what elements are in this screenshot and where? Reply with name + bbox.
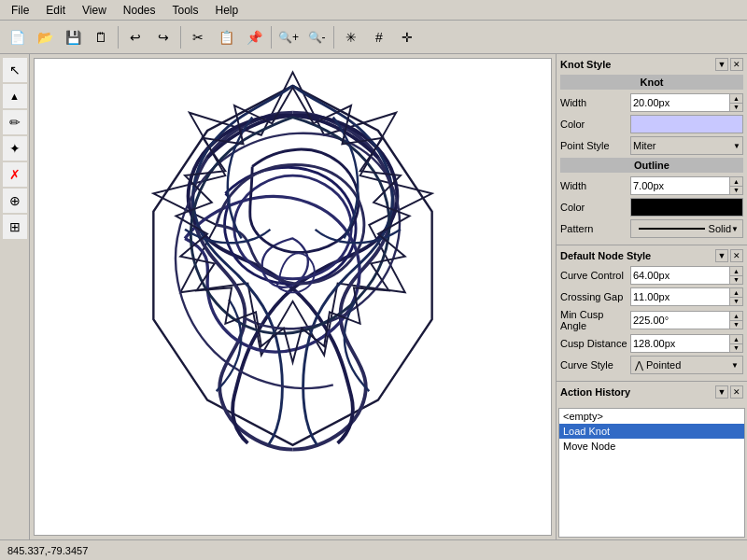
paste-button[interactable]: 📌 <box>241 24 267 50</box>
grid-button[interactable]: # <box>366 24 392 50</box>
move-button[interactable]: ✛ <box>394 24 420 50</box>
statusbar: 845.337,-79.3457 <box>0 539 747 560</box>
toolbar-sep-3 <box>271 26 272 49</box>
transform-tool[interactable]: ⊕ <box>3 189 27 213</box>
copy-button[interactable]: 📋 <box>213 24 239 50</box>
node-style-title: Default Node Style <box>560 250 651 261</box>
knot-width-down[interactable]: ▼ <box>730 104 742 112</box>
min-cusp-angle-label: Min Cusp Angle <box>560 309 630 331</box>
pattern-label: Pattern <box>560 223 630 234</box>
knot-width-input[interactable]: ▲ ▼ <box>630 93 743 112</box>
point-style-label: Point Style <box>560 140 630 151</box>
cusp-distance-row: Cusp Distance ▲ ▼ <box>560 334 743 353</box>
menu-nodes[interactable]: Nodes <box>116 2 163 19</box>
knot-width-up[interactable]: ▲ <box>730 94 742 104</box>
outline-color-row: Color <box>560 198 743 217</box>
knot-style-collapse[interactable]: ▼ <box>715 58 728 71</box>
knot-style-close[interactable]: ✕ <box>730 58 743 71</box>
cusp-distance-label: Cusp Distance <box>560 338 630 349</box>
cusp-distance-up[interactable]: ▲ <box>730 335 742 344</box>
outline-width-row: Width ▲ ▼ <box>560 176 743 195</box>
toolbar-sep-2 <box>180 26 181 49</box>
point-style-select[interactable]: Miter ▼ <box>630 136 743 155</box>
menu-help[interactable]: Help <box>208 2 247 19</box>
node-tool[interactable]: ▲ <box>3 84 27 108</box>
curve-style-select[interactable]: ⋀ Pointed ▼ <box>630 356 743 374</box>
curve-control-up[interactable]: ▲ <box>730 267 742 276</box>
curve-control-row: Curve Control ▲ ▼ <box>560 266 743 285</box>
cut-button[interactable]: ✂ <box>185 24 211 50</box>
outline-width-label: Width <box>560 180 630 191</box>
mirror-tool[interactable]: ⊞ <box>3 215 27 239</box>
curve-control-value[interactable] <box>633 267 726 284</box>
zoom-out-button[interactable]: 🔍- <box>303 24 330 50</box>
knot-style-buttons: ▼ ✕ <box>715 58 743 71</box>
cusp-distance-input[interactable]: ▲ ▼ <box>630 334 743 353</box>
action-history-close[interactable]: ✕ <box>730 385 743 399</box>
outline-width-spinner: ▲ ▼ <box>729 177 742 194</box>
outline-width-input[interactable]: ▲ ▼ <box>630 176 743 195</box>
knot-color-label: Color <box>560 119 630 130</box>
star-tool[interactable]: ✦ <box>3 136 27 161</box>
menu-tools[interactable]: Tools <box>165 2 206 19</box>
toolbar-sep-1 <box>118 26 119 49</box>
outline-color-swatch[interactable] <box>630 198 743 217</box>
outline-width-up[interactable]: ▲ <box>730 177 742 187</box>
history-item-empty[interactable]: <empty> <box>559 409 744 424</box>
knot-style-title: Knot Style <box>560 59 611 70</box>
save-button[interactable]: 💾 <box>60 24 86 50</box>
curve-control-input[interactable]: ▲ ▼ <box>630 266 743 285</box>
min-cusp-angle-input[interactable]: ▲ ▼ <box>630 311 743 329</box>
knot-width-value[interactable] <box>633 94 726 111</box>
crossing-gap-row: Crossing Gap ▲ ▼ <box>560 287 743 306</box>
crossing-gap-down[interactable]: ▼ <box>730 298 742 306</box>
curve-control-label: Curve Control <box>560 270 630 281</box>
action-history-list: <empty> Load Knot Move Node <box>558 408 745 538</box>
cusp-distance-down[interactable]: ▼ <box>730 344 742 353</box>
cusp-distance-value[interactable] <box>633 335 726 352</box>
point-style-value: Miter <box>633 140 733 151</box>
knot-color-swatch[interactable] <box>630 115 743 133</box>
node-style-close[interactable]: ✕ <box>730 249 743 262</box>
min-cusp-angle-up[interactable]: ▲ <box>730 312 742 321</box>
select-tool[interactable]: ↖ <box>3 58 27 82</box>
crossing-gap-up[interactable]: ▲ <box>730 288 742 298</box>
export-button[interactable]: 🗒 <box>88 24 114 50</box>
outline-width-value[interactable] <box>633 177 726 194</box>
knot-width-label: Width <box>560 97 630 108</box>
main-area: ↖ ▲ ✏ ✦ ✗ ⊕ ⊞ <box>0 54 747 539</box>
knot-width-spinner: ▲ ▼ <box>729 94 742 111</box>
node-style-collapse[interactable]: ▼ <box>715 249 728 262</box>
menu-view[interactable]: View <box>75 2 114 19</box>
cusp-distance-spinner: ▲ ▼ <box>729 335 742 352</box>
curve-style-row: Curve Style ⋀ Pointed ▼ <box>560 356 743 374</box>
curve-style-value: Pointed <box>646 359 731 371</box>
pattern-select[interactable]: Solid ▼ <box>630 219 743 238</box>
open-button[interactable]: 📂 <box>32 24 58 50</box>
knot-button[interactable]: ✳ <box>338 24 364 50</box>
pencil-tool[interactable]: ✏ <box>3 110 27 134</box>
history-item-load-knot[interactable]: Load Knot <box>559 424 744 439</box>
redo-button[interactable]: ↪ <box>150 24 176 50</box>
action-history-collapse[interactable]: ▼ <box>715 385 728 399</box>
outline-width-down[interactable]: ▼ <box>730 187 742 195</box>
crossing-gap-input[interactable]: ▲ ▼ <box>630 287 743 306</box>
curve-control-down[interactable]: ▼ <box>730 276 742 285</box>
pattern-value: Solid <box>709 223 731 234</box>
min-cusp-angle-down[interactable]: ▼ <box>730 321 742 329</box>
action-history-title: Action History <box>560 386 630 398</box>
crossing-gap-value[interactable] <box>633 288 726 305</box>
curve-style-label: Curve Style <box>560 359 630 371</box>
undo-button[interactable]: ↩ <box>122 24 148 50</box>
history-item-move-node[interactable]: Move Node <box>559 439 744 454</box>
min-cusp-angle-value[interactable] <box>633 312 726 329</box>
menu-edit[interactable]: Edit <box>38 2 73 19</box>
node-style-buttons: ▼ ✕ <box>715 249 743 262</box>
canvas[interactable] <box>34 58 552 536</box>
delete-tool[interactable]: ✗ <box>3 162 27 187</box>
knot-style-section: Knot Style ▼ ✕ Knot Width ▲ ▼ <box>557 54 747 245</box>
point-style-row: Point Style Miter ▼ <box>560 136 743 155</box>
new-button[interactable]: 📄 <box>4 24 30 50</box>
menu-file[interactable]: File <box>4 2 36 19</box>
zoom-in-button[interactable]: 🔍+ <box>275 24 302 50</box>
